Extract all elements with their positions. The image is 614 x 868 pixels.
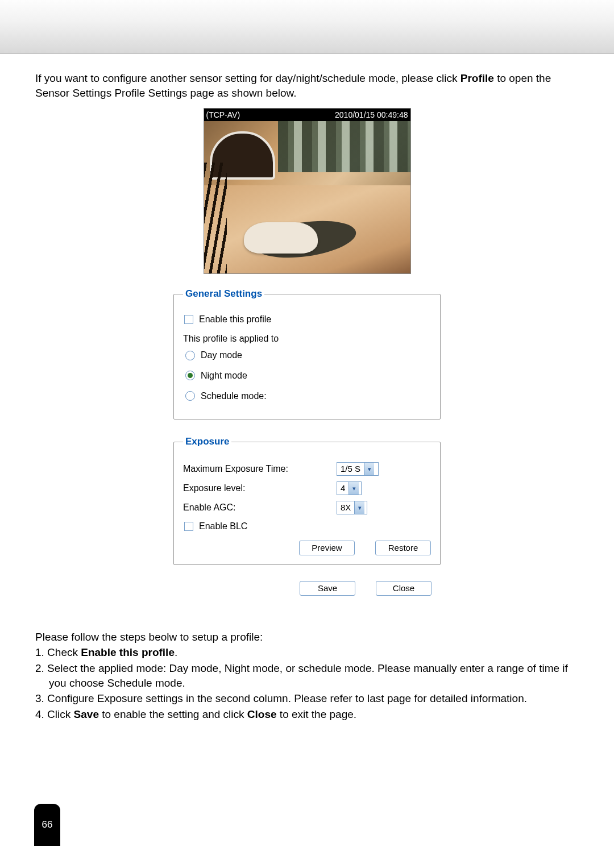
mode-radio-group: Day mode Night mode Schedule mode:: [185, 349, 431, 402]
applied-to-label: This profile is applied to: [183, 333, 431, 345]
camera-preview: (TCP-AV) 2010/01/15 00:49:48: [204, 108, 411, 274]
exposure-level-row: Exposure level: 4 ▾: [183, 481, 431, 495]
page-header-band: [0, 0, 614, 54]
instructions: Please follow the steps beolw to setup a…: [35, 630, 579, 722]
enable-profile-checkbox[interactable]: [184, 315, 193, 324]
step1-prefix: 1. Check: [35, 646, 81, 658]
exposure-level-value: 4: [337, 483, 349, 494]
instructions-lead: Please follow the steps beolw to setup a…: [35, 630, 579, 645]
agc-row: Enable AGC: 8X ▾: [183, 501, 431, 514]
enable-profile-label: Enable this profile: [199, 313, 271, 326]
preview-button[interactable]: Preview: [299, 541, 355, 555]
intro-prefix: If you want to configure another sensor …: [35, 72, 460, 84]
instruction-step-1: 1. Check Enable this profile.: [35, 645, 579, 660]
step4-a: 4. Click: [35, 708, 74, 720]
blc-label: Enable BLC: [199, 520, 247, 533]
intro-bold: Profile: [460, 72, 494, 84]
page-content: If you want to configure another sensor …: [0, 54, 614, 734]
intro-paragraph: If you want to configure another sensor …: [35, 71, 579, 100]
general-settings-legend: General Settings: [183, 288, 264, 301]
max-exposure-value: 1/5 S: [337, 463, 364, 475]
step4-b: Save: [74, 708, 99, 720]
page-button-row: Save Close: [173, 581, 441, 596]
step4-e: to exit the page.: [277, 708, 357, 720]
schedule-mode-radio[interactable]: [185, 391, 195, 401]
step4-c: to enable the setting and click: [99, 708, 247, 720]
instruction-step-4: 4. Click Save to enable the setting and …: [35, 707, 579, 722]
exposure-level-select[interactable]: 4 ▾: [337, 481, 362, 495]
instruction-step-3: 3. Configure Exposure settings in the se…: [35, 691, 579, 706]
blc-row: Enable BLC: [184, 520, 431, 533]
instructions-list: 1. Check Enable this profile. 2. Select …: [35, 645, 579, 721]
preview-decor-rail: [204, 163, 227, 273]
blc-checkbox[interactable]: [184, 522, 193, 531]
step1-suffix: .: [175, 646, 177, 658]
max-exposure-select[interactable]: 1/5 S ▾: [337, 462, 379, 476]
agc-value: 8X: [337, 502, 354, 513]
step4-d: Close: [247, 708, 277, 720]
night-mode-label: Night mode: [201, 369, 247, 382]
settings-panels: General Settings Enable this profile Thi…: [173, 288, 441, 564]
agc-select[interactable]: 8X ▾: [337, 501, 367, 514]
preview-overlay-bar: (TCP-AV) 2010/01/15 00:49:48: [204, 109, 410, 121]
page-number-tab: 66: [34, 804, 60, 846]
exposure-button-row: Preview Restore: [183, 541, 431, 555]
restore-button[interactable]: Restore: [375, 541, 431, 555]
max-exposure-label: Maximum Exposure Time:: [183, 463, 337, 475]
page-number: 66: [42, 819, 53, 830]
max-exposure-row: Maximum Exposure Time: 1/5 S ▾: [183, 462, 431, 476]
preview-source-label: (TCP-AV): [206, 110, 240, 121]
preview-decor-windows: [278, 121, 410, 172]
instruction-step-2: 2. Select the applied mode: Day mode, Ni…: [35, 661, 579, 690]
chevron-down-icon: ▾: [364, 463, 374, 475]
day-mode-label: Day mode: [201, 349, 242, 362]
preview-decor-sofa: [244, 222, 318, 254]
save-button[interactable]: Save: [300, 581, 355, 596]
step1-bold: Enable this profile: [81, 646, 175, 658]
exposure-fieldset: Exposure Maximum Exposure Time: 1/5 S ▾ …: [173, 435, 441, 565]
agc-label: Enable AGC:: [183, 501, 337, 514]
exposure-level-label: Exposure level:: [183, 482, 337, 495]
enable-profile-row: Enable this profile: [184, 313, 431, 326]
chevron-down-icon: ▾: [349, 482, 359, 495]
night-mode-radio[interactable]: [185, 371, 195, 380]
general-settings-fieldset: General Settings Enable this profile Thi…: [173, 288, 441, 420]
exposure-legend: Exposure: [183, 435, 231, 448]
preview-timestamp: 2010/01/15 00:49:48: [335, 110, 408, 121]
day-mode-radio[interactable]: [185, 351, 195, 360]
close-button[interactable]: Close: [376, 581, 432, 596]
schedule-mode-label: Schedule mode:: [201, 390, 267, 402]
chevron-down-icon: ▾: [354, 501, 364, 514]
